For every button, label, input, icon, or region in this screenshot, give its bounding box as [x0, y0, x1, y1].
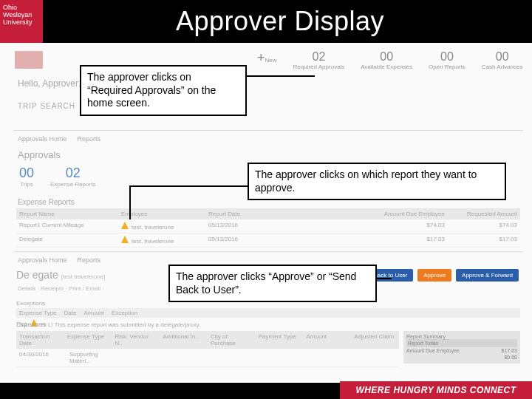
footer-tagline: WHERE HUNGRY MINDS CONNECT: [340, 381, 532, 399]
slide-content: +New 02Required Approvals 00Available Ex…: [0, 43, 532, 381]
annotation-2: The approver clicks on which report they…: [248, 163, 506, 200]
annotation-3: The approver clicks “Approve” or “Send B…: [168, 265, 377, 302]
action-buttons: Send Back to User Approve Approve & Forw…: [352, 269, 519, 282]
table-header: Report Name Employee Report Date Amount …: [16, 208, 520, 219]
warning-icon: [121, 222, 129, 229]
slide-title: Approver Display: [28, 6, 532, 37]
approve-button[interactable]: Approve: [417, 269, 451, 282]
kpi-trips[interactable]: 00Trips: [19, 166, 34, 188]
expense-reports-heading: Expense Reports: [18, 198, 75, 206]
tab-reports[interactable]: Reports: [78, 135, 101, 143]
exceptions-section: Exceptions Expense Type Date Amount Exce…: [16, 299, 520, 330]
greeting: Hello, Approver1: [18, 78, 83, 89]
approve-forward-button[interactable]: Approve & Forward: [456, 269, 519, 282]
stat-available-expenses[interactable]: 00Available Expenses: [361, 50, 412, 70]
slide-title-banner: Ohio Wesleyan University Approver Displa…: [0, 0, 532, 43]
expenses-heading: Expenses: [16, 321, 46, 328]
approvals-heading: Approvals: [18, 149, 61, 160]
tab-approvals-home-2[interactable]: Approvals Home: [18, 256, 67, 264]
home-stats-row: +New 02Required Approvals 00Available Ex…: [257, 50, 522, 70]
stat-cash-advances[interactable]: 00Cash Advances: [482, 50, 523, 70]
report-title: De egate[test travelerone]: [16, 269, 105, 281]
annotation-1-leader: [241, 75, 315, 77]
report-detail-links[interactable]: Details · Receipts · Print / Email ·: [18, 285, 103, 292]
table-row[interactable]: Delegate test, travelerone 05/13/2016 $1…: [16, 233, 520, 248]
warning-icon: [121, 236, 129, 243]
kpi-expense-reports[interactable]: 02Expense Reports: [50, 166, 95, 188]
tab-approvals-home[interactable]: Approvals Home: [18, 135, 67, 143]
expense-reports-table: Report Name Employee Report Date Amount …: [16, 208, 520, 248]
owu-small-logo: [15, 51, 43, 69]
approvals-kpis: 00Trips 02Expense Reports: [19, 166, 95, 188]
table-row[interactable]: Report1 Current Mileage test, traveleron…: [16, 219, 520, 233]
annotation-1: The approver clicks on “Required Approva…: [80, 65, 247, 116]
tab-reports-2[interactable]: Reports: [78, 256, 101, 264]
annotation-2-leader-v: [129, 185, 131, 219]
stat-required-approvals[interactable]: 02Required Approvals: [293, 50, 345, 70]
approvals-tabs: Approvals Home Reports: [13, 130, 523, 147]
report-summary: Report Summary Report Totals Amount Due …: [403, 331, 520, 364]
annotation-2-leader-h: [129, 185, 248, 187]
trip-search-label: TRIP SEARCH: [18, 102, 75, 110]
expenses-table: Transaction DateExpense TypeRisk: Vendor…: [16, 331, 399, 367]
stat-new[interactable]: +New: [257, 50, 277, 70]
table-row[interactable]: 04/30/2016Supporting Materi...: [16, 349, 399, 367]
footer-bar: [0, 383, 340, 399]
stat-open-reports[interactable]: 00Open Reports: [429, 50, 466, 70]
